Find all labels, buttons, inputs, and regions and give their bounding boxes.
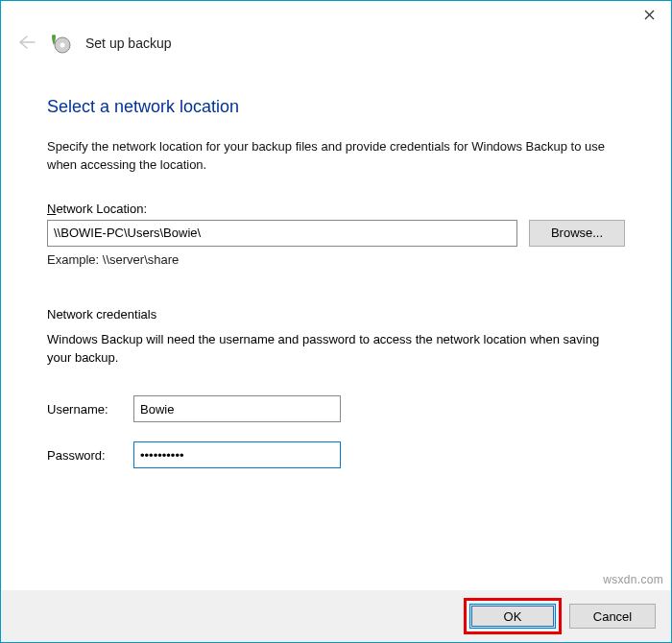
password-label: Password:	[47, 448, 133, 463]
ok-button[interactable]: OK	[469, 604, 556, 629]
close-button[interactable]	[627, 1, 671, 28]
network-location-row: Browse...	[47, 220, 625, 247]
backup-wizard-icon	[49, 32, 72, 55]
username-label: Username:	[47, 402, 133, 417]
password-input[interactable]	[133, 441, 341, 468]
username-input[interactable]	[133, 395, 341, 422]
password-row: Password:	[47, 441, 625, 468]
network-location-label: Network Location:	[47, 202, 625, 216]
dialog-window: Set up backup Select a network location …	[0, 0, 672, 643]
dialog-footer: OK Cancel	[1, 590, 671, 642]
browse-button[interactable]: Browse...	[529, 220, 625, 247]
username-row: Username:	[47, 395, 625, 422]
wizard-header: Set up backup	[1, 32, 671, 64]
page-description: Specify the network location for your ba…	[47, 138, 625, 175]
example-text: Example: \\server\share	[47, 252, 625, 267]
svg-point-3	[60, 43, 65, 48]
wizard-title: Set up backup	[85, 36, 172, 51]
credentials-heading: Network credentials	[47, 307, 625, 322]
watermark-text: wsxdn.com	[603, 573, 663, 586]
close-icon	[644, 10, 655, 20]
page-heading: Select a network location	[47, 97, 625, 117]
credentials-description: Windows Backup will need the username an…	[47, 331, 625, 368]
network-location-input[interactable]	[47, 220, 517, 247]
back-arrow-icon[interactable]	[18, 35, 36, 52]
titlebar	[1, 1, 671, 32]
cancel-button[interactable]: Cancel	[569, 604, 656, 629]
content-area: Select a network location Specify the ne…	[1, 64, 671, 590]
ok-highlight-box: OK	[464, 598, 562, 634]
